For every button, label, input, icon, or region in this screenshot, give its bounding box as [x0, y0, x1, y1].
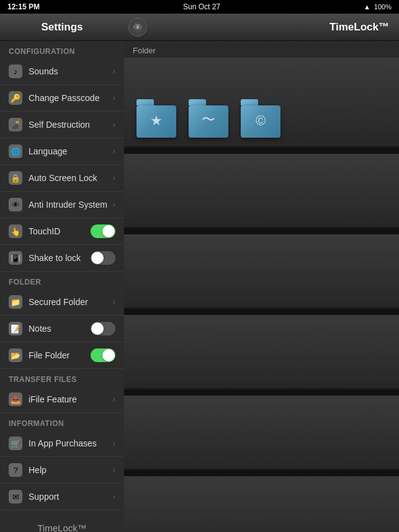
- sidebar: Configuration ♪ Sounds › 🔑 Change Passco…: [0, 41, 124, 532]
- file-folder-label: File Folder: [29, 350, 91, 360]
- file-folder-toggle[interactable]: [91, 348, 115, 362]
- menu-item-self-destruction[interactable]: 💣 Self Destruction ›: [0, 112, 124, 138]
- auto-screen-lock-label: Auto Screen Lock: [29, 173, 113, 183]
- menu-item-notes[interactable]: 📝 Notes: [0, 316, 124, 342]
- help-chevron: ›: [113, 466, 115, 474]
- self-destruction-icon: 💣: [9, 118, 22, 131]
- self-destruction-label: Self Destruction: [29, 120, 113, 130]
- auto-screen-lock-chevron: ›: [113, 174, 115, 182]
- nav-icon-area[interactable]: 👁: [124, 18, 151, 37]
- right-panel: Folder ★ 〜: [124, 41, 399, 532]
- shelf-row-5: [124, 396, 399, 476]
- secured-folder-label: Secured Folder: [29, 297, 113, 307]
- shelf-row-6: [124, 476, 399, 532]
- menu-item-ifile[interactable]: 📤 iFile Feature ›: [0, 386, 124, 413]
- help-label: Help: [29, 465, 113, 475]
- menu-item-change-passcode[interactable]: 🔑 Change Passcode ›: [0, 85, 124, 112]
- section-header-transfer: Transfer Files: [0, 369, 124, 386]
- shake-lock-icon: 📳: [9, 251, 22, 265]
- status-indicators: ▲ 100%: [364, 3, 392, 11]
- folder-icon-2: 〜: [187, 95, 230, 138]
- secured-folder-chevron: ›: [113, 298, 115, 306]
- change-passcode-label: Change Passcode: [29, 93, 113, 103]
- app-footer: TimeLock™ Version 1.15 Copyright by Prot…: [0, 510, 124, 532]
- help-icon: ?: [9, 463, 22, 477]
- shake-lock-switch[interactable]: [91, 251, 115, 265]
- folder-body-3: ©: [241, 105, 280, 138]
- shelf-row-2: [124, 154, 399, 234]
- auto-screen-lock-icon: 🔒: [9, 171, 22, 185]
- shelf-row-4: [124, 315, 399, 396]
- touchid-label: TouchID: [29, 226, 91, 236]
- touchid-switch[interactable]: [91, 224, 115, 238]
- menu-item-auto-screen-lock[interactable]: 🔒 Auto Screen Lock ›: [0, 165, 124, 192]
- shake-lock-knob: [91, 252, 104, 264]
- touchid-icon: 👆: [9, 224, 22, 238]
- touchid-toggle[interactable]: [91, 224, 115, 238]
- menu-item-help[interactable]: ? Help ›: [0, 457, 124, 484]
- menu-item-sounds[interactable]: ♪ Sounds ›: [0, 58, 124, 85]
- folder-icon-1: ★: [135, 95, 177, 138]
- sounds-label: Sounds: [29, 66, 113, 76]
- folder-body-1: ★: [137, 105, 176, 138]
- folder-item-1[interactable]: ★: [134, 95, 179, 145]
- file-folder-icon: 📂: [9, 348, 22, 362]
- notes-label: Notes: [29, 324, 91, 334]
- section-header-configuration: Configuration: [0, 41, 124, 58]
- folder-emblem-2: 〜: [202, 110, 215, 129]
- notes-toggle[interactable]: [91, 322, 115, 335]
- menu-item-shake-lock[interactable]: 📳 Shake to lock: [0, 245, 124, 272]
- change-passcode-icon: 🔑: [9, 91, 22, 105]
- section-header-information: Information: [0, 413, 124, 430]
- menu-item-language[interactable]: 🌐 Language ›: [0, 138, 124, 165]
- folder-item-2[interactable]: 〜: [186, 95, 231, 145]
- folder-item-3[interactable]: ©: [238, 95, 283, 145]
- menu-item-touchid[interactable]: 👆 TouchID: [0, 218, 124, 245]
- support-chevron: ›: [113, 492, 115, 501]
- shake-lock-label: Shake to lock: [29, 253, 91, 263]
- status-time: 12:15 PM: [7, 2, 40, 11]
- menu-item-secured-folder[interactable]: 📁 Secured Folder ›: [0, 289, 124, 316]
- nav-bar: Settings 👁 TimeLock™: [0, 14, 399, 41]
- language-icon: 🌐: [9, 144, 22, 158]
- folder-tab-3: [241, 99, 258, 105]
- folder-icon-3: ©: [240, 95, 282, 138]
- file-folder-knob: [102, 349, 115, 361]
- ifile-chevron: ›: [113, 395, 115, 404]
- shelf-row-1: ★ 〜 ©: [124, 58, 399, 154]
- shelf-row-3: [124, 234, 399, 315]
- self-destruction-chevron: ›: [113, 120, 115, 129]
- battery-indicator: 100%: [374, 3, 392, 11]
- status-bar: 12:15 PM Sun Oct 27 ▲ 100%: [0, 0, 399, 14]
- folder-emblem-3: ©: [256, 113, 266, 129]
- sounds-icon: ♪: [9, 64, 22, 78]
- nav-center-icon[interactable]: 👁: [128, 18, 147, 37]
- status-date: Sun Oct 27: [183, 2, 220, 11]
- nav-app-title: TimeLock™: [151, 21, 399, 33]
- notes-icon: 📝: [9, 322, 22, 335]
- main-content: Configuration ♪ Sounds › 🔑 Change Passco…: [0, 41, 399, 532]
- section-header-folder: Folder: [0, 272, 124, 289]
- secured-folder-icon: 📁: [9, 295, 22, 309]
- menu-item-support[interactable]: ✉ Support ›: [0, 484, 124, 510]
- menu-item-file-folder[interactable]: 📂 File Folder: [0, 342, 124, 369]
- menu-item-in-app-purchases[interactable]: 🛒 In App Purchases ›: [0, 430, 124, 457]
- in-app-purchases-icon: 🛒: [9, 437, 22, 450]
- in-app-purchases-chevron: ›: [113, 439, 115, 448]
- anti-intruder-icon: 👁: [9, 198, 22, 211]
- file-folder-switch[interactable]: [91, 348, 115, 362]
- folder-section-label: Folder: [124, 41, 399, 58]
- anti-intruder-chevron: ›: [113, 200, 115, 209]
- ifile-label: iFile Feature: [29, 394, 113, 404]
- support-label: Support: [29, 492, 113, 502]
- nav-settings-title: Settings: [0, 21, 124, 33]
- notes-switch[interactable]: [91, 322, 115, 335]
- menu-item-anti-intruder[interactable]: 👁 Anti Intruder System ›: [0, 192, 124, 218]
- folder-emblem-1: ★: [150, 113, 163, 129]
- folder-body-2: 〜: [189, 105, 228, 138]
- folder-tab-2: [189, 99, 206, 105]
- touchid-knob: [102, 225, 115, 237]
- folder-tab-1: [137, 99, 154, 105]
- app-footer-title: TimeLock™: [9, 523, 115, 532]
- shake-lock-toggle[interactable]: [91, 251, 115, 265]
